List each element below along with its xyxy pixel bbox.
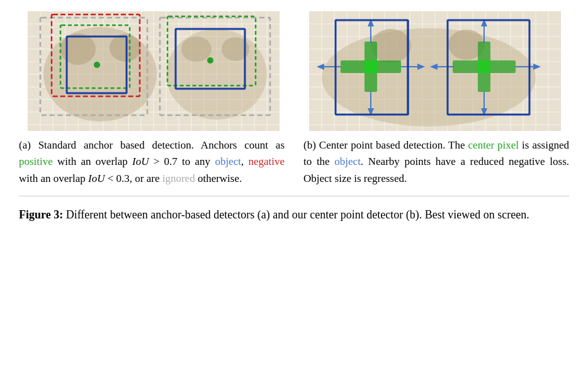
svg-point-43 <box>207 57 213 64</box>
caption-divider <box>19 196 569 196</box>
right-diagram <box>294 11 569 131</box>
right-diagram-svg <box>309 11 561 131</box>
svg-point-73 <box>322 28 536 127</box>
center-pixel-label: center pixel <box>468 139 519 151</box>
diagrams-row <box>19 11 569 131</box>
desc-left-mid1: with an overlap IoU > 0.7 to any <box>53 155 215 167</box>
figure-label: Figure 3: <box>19 208 63 221</box>
desc-left-suffix: otherwise. <box>195 172 242 184</box>
left-diagram <box>19 11 294 131</box>
ignored-label: ignored <box>162 172 195 184</box>
svg-rect-78 <box>365 60 377 73</box>
desc-left-mid3: with an overlap IoU < 0.3, or are <box>19 172 162 184</box>
negative-label: negative <box>248 155 285 167</box>
desc-left-a-label: (a) Standard anchor based detection. Anc… <box>19 139 285 151</box>
desc-right-b-label: (b) Center point based detection. The <box>303 139 468 151</box>
desc-left-mid2: , <box>241 155 249 167</box>
svg-point-30 <box>60 33 96 65</box>
svg-point-32 <box>166 29 267 120</box>
object-label-left: object <box>215 155 241 167</box>
left-description: (a) Standard anchor based detection. Anc… <box>19 137 297 187</box>
main-container: (a) Standard anchor based detection. Anc… <box>19 11 569 224</box>
figure-caption: Figure 3: Different between anchor-based… <box>19 203 569 224</box>
svg-point-31 <box>110 34 141 62</box>
svg-point-39 <box>94 62 100 68</box>
object-label-right: object <box>334 155 361 167</box>
descriptions-row: (a) Standard anchor based detection. Anc… <box>19 137 569 187</box>
positive-label: positive <box>19 155 53 167</box>
svg-point-33 <box>181 37 212 62</box>
figure-caption-text: Different between anchor-based detectors… <box>63 208 529 221</box>
svg-rect-81 <box>478 60 490 73</box>
right-description: (b) Center point based detection. The ce… <box>297 137 569 187</box>
left-diagram-svg <box>28 11 280 131</box>
